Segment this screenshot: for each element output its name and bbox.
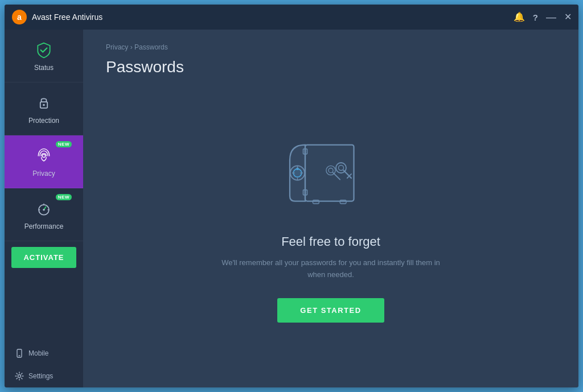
svg-point-6: [43, 209, 45, 211]
performance-label: Performance: [24, 222, 64, 230]
subtext: We'll remember all your passwords for yo…: [217, 257, 445, 281]
sidebar: Status Protection NEW: [5, 30, 83, 387]
mobile-icon: [15, 349, 24, 358]
avast-logo: a: [11, 9, 27, 25]
center-content: Feel free to forget We'll remember all y…: [106, 93, 556, 374]
sidebar-item-performance[interactable]: NEW Performance: [5, 188, 83, 241]
privacy-icon: [34, 146, 54, 166]
app-title: Avast Free Antivirus: [32, 13, 514, 22]
get-started-button[interactable]: GET STARTED: [277, 298, 384, 323]
status-icon: [34, 40, 54, 60]
content-area: Privacy › Passwords Passwords: [83, 30, 578, 387]
breadcrumb-separator: ›: [130, 43, 134, 51]
settings-icon: [15, 372, 24, 381]
page-title: Passwords: [106, 58, 556, 76]
title-bar: a Avast Free Antivirus 🔔 ? — ✕: [5, 5, 578, 30]
minimize-icon[interactable]: —: [546, 12, 556, 22]
status-label: Status: [34, 64, 54, 72]
sidebar-mobile-link[interactable]: Mobile: [5, 342, 83, 365]
mobile-label: Mobile: [28, 349, 48, 357]
main-layout: Status Protection NEW: [5, 30, 578, 387]
notification-icon[interactable]: 🔔: [514, 13, 525, 22]
sidebar-item-protection[interactable]: Protection: [5, 82, 83, 135]
sidebar-bottom: Mobile Settings: [5, 342, 83, 387]
breadcrumb-current: Passwords: [134, 43, 168, 51]
performance-new-badge: NEW: [56, 194, 72, 200]
protection-icon: [34, 93, 54, 113]
app-window: a Avast Free Antivirus 🔔 ? — ✕ Status: [5, 5, 578, 387]
window-controls: 🔔 ? — ✕: [514, 12, 572, 22]
help-icon[interactable]: ?: [533, 13, 538, 22]
svg-point-9: [18, 375, 21, 378]
close-icon[interactable]: ✕: [564, 13, 572, 22]
sidebar-item-status[interactable]: Status: [5, 30, 83, 82]
svg-rect-29: [340, 200, 346, 204]
svg-point-3: [43, 104, 45, 106]
protection-label: Protection: [28, 117, 59, 125]
svg-rect-28: [313, 200, 319, 204]
performance-icon: [34, 199, 54, 219]
headline: Feel free to forget: [281, 234, 380, 249]
svg-rect-8: [19, 356, 20, 357]
breadcrumb-parent: Privacy: [106, 43, 128, 51]
svg-point-4: [42, 154, 45, 157]
activate-button[interactable]: ACTIVATE: [11, 247, 76, 268]
breadcrumb: Privacy › Passwords: [106, 43, 556, 51]
privacy-label: Privacy: [32, 170, 55, 178]
sidebar-settings-link[interactable]: Settings: [5, 365, 83, 387]
safe-illustration: [280, 127, 382, 218]
settings-label: Settings: [28, 372, 53, 380]
svg-text:a: a: [17, 13, 22, 22]
sidebar-item-privacy[interactable]: NEW Privacy: [5, 135, 83, 188]
privacy-new-badge: NEW: [56, 141, 72, 147]
svg-rect-11: [303, 149, 307, 154]
svg-rect-12: [303, 190, 307, 195]
